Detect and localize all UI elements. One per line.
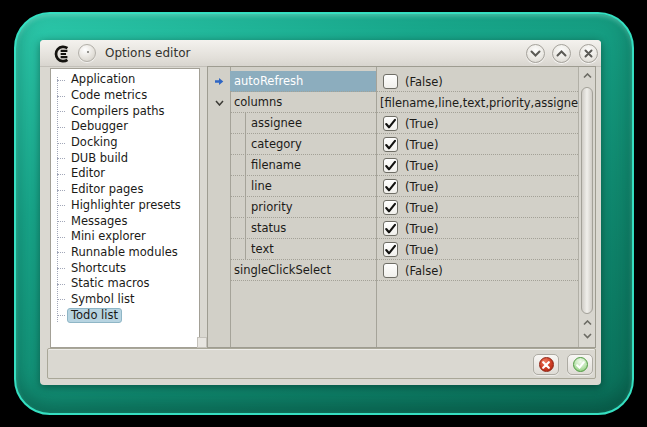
sidebar-item-runnable-modules[interactable]: Runnable modules: [51, 245, 199, 261]
checkbox-unchecked[interactable]: [383, 263, 398, 278]
arrow-right-marker: [208, 71, 230, 92]
sidebar-item-dub-build[interactable]: DUB build: [51, 150, 199, 166]
property-name[interactable]: line: [230, 176, 376, 197]
property-name[interactable]: assignee: [230, 113, 376, 134]
selected-row-arrow-icon: [214, 77, 224, 86]
splitter-grip[interactable]: [197, 337, 207, 348]
property-row-columns[interactable]: columns[filename,line,text,priority,assi…: [208, 92, 578, 113]
sidebar-item-todo-list[interactable]: Todo list: [51, 307, 199, 323]
sidebar-item-label: Compilers paths: [67, 104, 169, 119]
property-row-line[interactable]: line(True): [208, 176, 578, 197]
check-icon: [384, 223, 397, 235]
property-grid: autoRefresh(False)columns[filename,line,…: [207, 66, 596, 348]
sidebar-item-shortcuts[interactable]: Shortcuts: [51, 260, 199, 276]
checkbox-checked[interactable]: [383, 137, 398, 152]
row-gutter: [208, 176, 230, 197]
value-label: (True): [405, 138, 438, 152]
checkbox-checked[interactable]: [383, 221, 398, 236]
property-value: [filename,line,text,priority,assigne: [376, 92, 578, 113]
sidebar-item-label: Editor pages: [67, 182, 147, 197]
row-gutter: [208, 218, 230, 239]
property-row-assignee[interactable]: assignee(True): [208, 113, 578, 134]
sidebar-item-code-metrics[interactable]: Code metrics: [51, 88, 199, 104]
sidebar-item-highlighter-presets[interactable]: Highlighter presets: [51, 198, 199, 214]
checkbox-checked[interactable]: [383, 242, 398, 257]
property-name[interactable]: columns: [230, 92, 376, 113]
sidebar-item-debugger[interactable]: Debugger: [51, 119, 199, 135]
check-icon: [384, 181, 397, 193]
property-value: (True): [376, 155, 578, 176]
property-row-autorefresh[interactable]: autoRefresh(False): [208, 71, 578, 92]
expanded-chevron-icon: [215, 100, 224, 106]
checkbox-checked[interactable]: [383, 179, 398, 194]
value-label: (False): [405, 75, 443, 89]
sidebar-item-label: Debugger: [67, 119, 132, 134]
row-gutter: [208, 197, 230, 218]
value-label: (True): [405, 222, 438, 236]
property-value: (False): [376, 71, 578, 92]
sidebar-item-application[interactable]: Application: [51, 72, 199, 88]
sidebar-item-symbol-list[interactable]: Symbol list: [51, 292, 199, 308]
close-icon: [584, 49, 593, 58]
sidebar-item-label: Docking: [67, 135, 122, 150]
property-name[interactable]: autoRefresh: [230, 71, 376, 92]
sidebar-item-label: Messages: [67, 214, 131, 229]
property-name[interactable]: filename: [230, 155, 376, 176]
property-row-filename[interactable]: filename(True): [208, 155, 578, 176]
sidebar-item-docking[interactable]: Docking: [51, 135, 199, 151]
row-gutter: [208, 134, 230, 155]
sidebar-item-static-macros[interactable]: Static macros: [51, 276, 199, 292]
sidebar-item-label: Shortcuts: [67, 261, 130, 276]
sidebar-item-compilers-paths[interactable]: Compilers paths: [51, 103, 199, 119]
title-bar[interactable]: Options editor: [40, 40, 601, 67]
property-row-category[interactable]: category(True): [208, 134, 578, 155]
row-gutter: [208, 260, 230, 281]
value-label: (True): [405, 243, 438, 257]
maximize-button[interactable]: [552, 44, 571, 63]
sidebar-item-messages[interactable]: Messages: [51, 213, 199, 229]
sidebar-item-editor-pages[interactable]: Editor pages: [51, 182, 199, 198]
property-name[interactable]: status: [230, 218, 376, 239]
property-value: (True): [376, 176, 578, 197]
window-menu-button[interactable]: [78, 44, 96, 62]
property-row-status[interactable]: status(True): [208, 218, 578, 239]
value-label: (False): [405, 264, 443, 278]
property-name[interactable]: text: [230, 239, 376, 260]
checkbox-checked[interactable]: [383, 158, 398, 173]
scroll-up-icon[interactable]: [582, 72, 593, 80]
property-row-singleclickselect[interactable]: singleClickSelect(False): [208, 260, 578, 281]
check-icon: [384, 202, 397, 214]
scroll-down-icon[interactable]: [582, 332, 593, 340]
sidebar-item-mini-explorer[interactable]: Mini explorer: [51, 229, 199, 245]
scroll-up-icon[interactable]: [582, 319, 593, 327]
chevron-down-marker[interactable]: [208, 92, 230, 113]
checkbox-checked[interactable]: [383, 116, 398, 131]
screenshot-canvas: Options editor ApplicationCode metricsCo…: [0, 0, 647, 427]
value-label: (True): [405, 159, 438, 173]
cancel-button[interactable]: [533, 354, 559, 375]
property-name[interactable]: category: [230, 134, 376, 155]
check-icon: [384, 160, 397, 172]
value-text[interactable]: [filename,line,text,priority,assigne: [380, 96, 578, 110]
sidebar-item-label: Editor: [67, 166, 109, 181]
property-row-text[interactable]: text(True): [208, 239, 578, 260]
row-gutter: [208, 155, 230, 176]
property-row-priority[interactable]: priority(True): [208, 197, 578, 218]
close-button[interactable]: [579, 44, 598, 63]
vertical-scrollbar[interactable]: [578, 67, 595, 347]
checkbox-checked[interactable]: [383, 200, 398, 215]
property-value: (True): [376, 197, 578, 218]
property-name[interactable]: priority: [230, 197, 376, 218]
row-gutter: [208, 113, 230, 134]
options-editor-dialog: Options editor ApplicationCode metricsCo…: [40, 40, 601, 385]
sidebar-item-label: Highlighter presets: [67, 198, 185, 213]
value-label: (True): [405, 180, 438, 194]
sidebar-list: ApplicationCode metricsCompilers pathsDe…: [51, 72, 199, 323]
row-gutter: [208, 239, 230, 260]
minimize-button[interactable]: [526, 44, 545, 63]
checkbox-unchecked[interactable]: [383, 74, 398, 89]
scrollbar-thumb[interactable]: [581, 87, 593, 314]
accept-button[interactable]: [567, 354, 593, 375]
sidebar-item-editor[interactable]: Editor: [51, 166, 199, 182]
property-name[interactable]: singleClickSelect: [230, 260, 376, 281]
